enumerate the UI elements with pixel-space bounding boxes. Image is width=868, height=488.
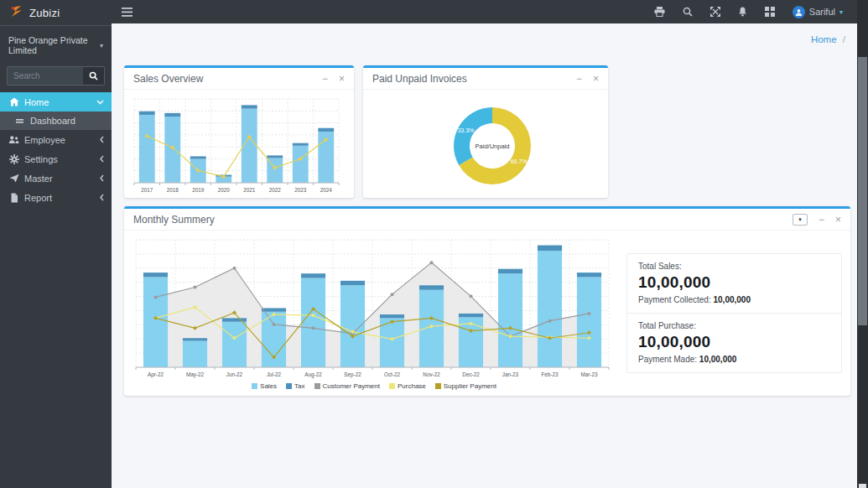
svg-text:2023: 2023	[294, 187, 307, 193]
sidebar-item-home[interactable]: Home	[0, 92, 112, 112]
company-name: Pine Orange Private Limited	[8, 35, 96, 55]
brand[interactable]: Zubizi	[0, 0, 112, 26]
sales-overview-card: Sales Overview − × 201720182019202020212…	[124, 65, 354, 198]
chevron-left-icon	[100, 174, 104, 182]
close-button[interactable]: ×	[593, 74, 599, 84]
breadcrumb-home-link[interactable]: Home	[811, 34, 837, 44]
total-sales-label: Total Sales:	[638, 262, 830, 271]
brand-logo-icon	[8, 5, 23, 21]
scrollbar-thumb[interactable]	[858, 57, 867, 325]
svg-text:2020: 2020	[218, 187, 231, 193]
minimize-button[interactable]: −	[819, 215, 824, 225]
print-icon[interactable]	[654, 7, 665, 17]
search-input[interactable]	[7, 66, 83, 86]
legend-item-sales[interactable]: Sales	[252, 382, 277, 390]
legend-swatch	[314, 383, 320, 389]
payment-made-label: Payment Made:	[638, 355, 697, 364]
svg-text:Jun-22: Jun-22	[226, 371, 243, 377]
total-sales-value: 10,00,000	[638, 273, 830, 292]
legend-label: Tax	[294, 382, 304, 390]
chevron-down-icon: ▾	[839, 8, 843, 16]
payment-collected-value: 10,00,000	[714, 295, 751, 304]
svg-text:Paid/Unpaid: Paid/Unpaid	[476, 143, 510, 150]
svg-text:Feb-23: Feb-23	[542, 371, 559, 377]
summary-panel: Total Sales: 10,00,000 Payment Collected…	[626, 253, 842, 373]
payment-collected-label: Payment Collected:	[638, 295, 711, 304]
legend-label: Sales	[260, 382, 277, 390]
chevron-left-icon	[100, 155, 104, 163]
total-purchase-value: 10,00,000	[638, 333, 830, 351]
sidebar-item-label: Home	[24, 97, 49, 107]
dashboard-icon	[14, 119, 25, 123]
legend-swatch	[435, 383, 441, 389]
chevron-left-icon	[100, 194, 104, 201]
home-icon	[8, 97, 19, 106]
legend-label: Customer Payment	[323, 382, 380, 390]
close-button[interactable]: ×	[835, 215, 841, 225]
sidebar-menu: Home Dashboard Employee	[0, 92, 112, 207]
search-button[interactable]	[83, 66, 105, 86]
legend-item-customer-payment[interactable]: Customer Payment	[314, 382, 380, 390]
legend-item-purchase[interactable]: Purchase	[389, 382, 426, 390]
legend-swatch	[286, 383, 292, 389]
svg-text:2018: 2018	[167, 187, 179, 193]
svg-text:Jan-23: Jan-23	[502, 371, 519, 377]
svg-text:2017: 2017	[141, 187, 153, 193]
sidebar-toggle-button[interactable]	[122, 8, 133, 17]
apps-grid-icon[interactable]	[765, 7, 775, 17]
payment-made: Payment Made: 10,00,000	[638, 355, 830, 364]
minimize-button[interactable]: −	[322, 74, 328, 84]
card-title: Sales Overview	[133, 73, 203, 85]
total-purchase-label: Total Purchase:	[638, 321, 830, 330]
minimize-button[interactable]: −	[576, 74, 582, 84]
username: Sariful	[809, 7, 835, 17]
sidebar-item-master[interactable]: Master	[0, 169, 112, 188]
sales-overview-chart: 20172018201920202021202220232024	[131, 95, 346, 194]
sidebar-item-dashboard[interactable]: Dashboard	[0, 112, 112, 130]
chevron-down-icon: ▾	[100, 42, 103, 49]
svg-text:2024: 2024	[320, 187, 333, 193]
paid-unpaid-invoices-card: Paid Unpaid Invoices − × 66.7%33.3%Paid/…	[363, 65, 608, 198]
svg-text:33.3%: 33.3%	[457, 127, 474, 133]
monthly-summary-card: Monthly Summery ▾ − × Apr-22May-22Jun-22…	[124, 206, 850, 396]
top-navbar: Sariful ▾	[112, 0, 868, 23]
chevron-down-icon	[96, 100, 104, 105]
brand-name: Zubizi	[29, 7, 60, 19]
svg-text:Mar-23: Mar-23	[581, 371, 598, 377]
legend-item-supplier-payment[interactable]: Supplier Payment	[435, 382, 496, 390]
scrollbar-corner	[859, 484, 866, 488]
sidebar-item-employee[interactable]: Employee	[0, 130, 112, 149]
monthly-summary-chart: Apr-22May-22Jun-22Jul-22Aug-22Sep-22Oct-…	[133, 236, 616, 378]
paper-plane-icon	[8, 174, 19, 183]
chevron-left-icon	[100, 136, 104, 143]
sidebar-search	[0, 60, 112, 91]
fullscreen-icon[interactable]	[710, 7, 720, 17]
breadcrumb-separator: /	[843, 34, 845, 44]
sidebar: Zubizi Pine Orange Private Limited ▾ Hom…	[0, 0, 112, 488]
file-icon	[8, 193, 19, 203]
users-icon	[8, 135, 19, 144]
sidebar-item-settings[interactable]: Settings	[0, 149, 112, 169]
scrollbar	[857, 0, 868, 488]
svg-text:2019: 2019	[192, 187, 205, 193]
legend-item-tax[interactable]: Tax	[286, 382, 304, 390]
search-icon	[89, 71, 98, 80]
bell-icon[interactable]	[738, 7, 747, 17]
svg-text:Sep-22: Sep-22	[344, 371, 361, 378]
svg-text:Apr-22: Apr-22	[148, 371, 164, 378]
sidebar-item-report[interactable]: Report	[0, 188, 112, 207]
legend-label: Supplier Payment	[444, 382, 496, 390]
paid-unpaid-donut-chart: 66.7%33.3%Paid/Unpaid	[370, 95, 601, 197]
sidebar-item-label: Dashboard	[30, 116, 75, 126]
payment-collected: Payment Collected: 10,00,000	[638, 295, 830, 304]
company-selector[interactable]: Pine Orange Private Limited ▾	[0, 26, 112, 60]
user-menu[interactable]: Sariful ▾	[793, 6, 843, 18]
main-content: Home / Sales Overview − × 20172018201920…	[112, 23, 857, 488]
card-title: Paid Unpaid Invoices	[372, 73, 467, 85]
card-title: Monthly Summery	[133, 214, 215, 226]
sidebar-item-label: Master	[24, 174, 53, 184]
search-icon[interactable]	[683, 7, 693, 17]
close-button[interactable]: ×	[339, 74, 345, 84]
legend-label: Purchase	[398, 382, 426, 390]
period-select[interactable]: ▾	[793, 214, 808, 226]
